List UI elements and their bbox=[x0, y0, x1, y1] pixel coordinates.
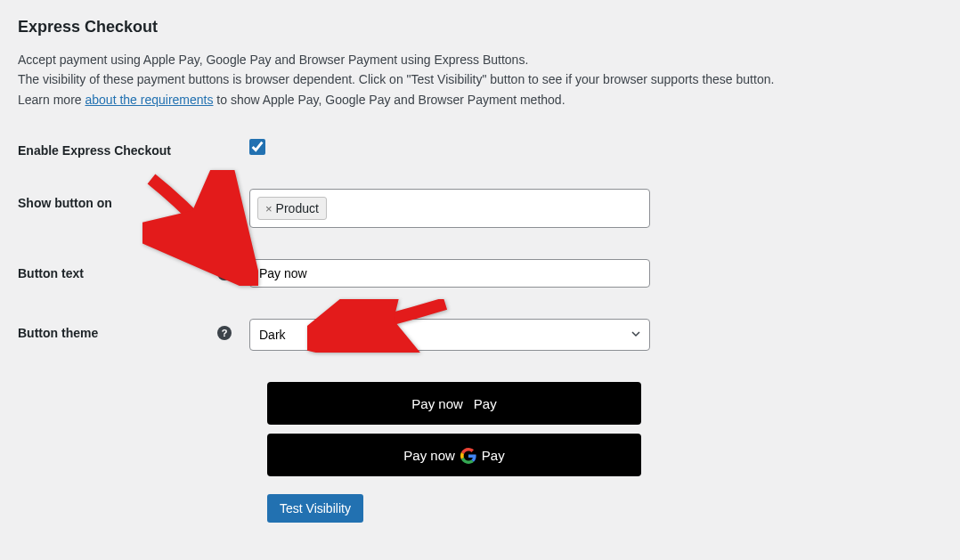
apple-pay-prefix: Pay now bbox=[411, 396, 463, 411]
label-button-text: Button text ? bbox=[18, 259, 249, 280]
show-on-tags-input[interactable]: × Product bbox=[249, 189, 650, 228]
label-button-text-text: Button text bbox=[18, 266, 84, 280]
row-button-text: Button text ? bbox=[18, 259, 942, 288]
preview-section: Pay now Pay Pay now Pay Test Visibility bbox=[267, 382, 641, 523]
google-pay-button[interactable]: Pay now Pay bbox=[267, 434, 641, 476]
button-text-input[interactable] bbox=[249, 259, 650, 288]
row-show-on: Show button on ? × Product bbox=[18, 189, 942, 228]
enable-checkbox[interactable] bbox=[249, 139, 265, 155]
apple-pay-brand: Pay bbox=[474, 396, 497, 411]
google-g-icon bbox=[460, 447, 476, 464]
row-button-theme: Button theme ? Dark bbox=[18, 319, 942, 351]
apple-pay-button[interactable]: Pay now Pay bbox=[267, 382, 641, 425]
settings-form: Enable Express Checkout Show button on ?… bbox=[18, 136, 942, 351]
label-button-theme: Button theme ? bbox=[18, 319, 249, 340]
tag-product: × Product bbox=[257, 197, 327, 220]
label-show-on: Show button on ? bbox=[18, 189, 249, 210]
label-enable: Enable Express Checkout bbox=[18, 136, 249, 158]
desc-line-1: Accept payment using Apple Pay, Google P… bbox=[18, 53, 528, 67]
help-icon[interactable]: ? bbox=[217, 326, 232, 340]
button-theme-select[interactable]: Dark bbox=[249, 319, 650, 351]
label-button-theme-text: Button theme bbox=[18, 326, 98, 340]
google-pay-brand: Pay bbox=[482, 448, 505, 463]
description-block: Accept payment using Apple Pay, Google P… bbox=[18, 50, 942, 110]
test-visibility-button[interactable]: Test Visibility bbox=[267, 494, 363, 523]
row-enable: Enable Express Checkout bbox=[18, 136, 942, 158]
requirements-link[interactable]: about the requirements bbox=[85, 93, 213, 107]
tag-label: Product bbox=[276, 201, 319, 215]
page-title: Express Checkout bbox=[18, 18, 942, 37]
desc-line-3a: Learn more bbox=[18, 93, 85, 107]
help-icon[interactable]: ? bbox=[217, 196, 232, 210]
help-icon[interactable]: ? bbox=[217, 266, 232, 280]
google-pay-prefix: Pay now bbox=[403, 448, 455, 463]
desc-line-3b: to show Apple Pay, Google Pay and Browse… bbox=[213, 93, 565, 107]
label-enable-text: Enable Express Checkout bbox=[18, 143, 171, 158]
label-show-on-text: Show button on bbox=[18, 196, 112, 210]
desc-line-2: The visibility of these payment buttons … bbox=[18, 72, 774, 86]
tag-remove-icon[interactable]: × bbox=[265, 202, 273, 215]
